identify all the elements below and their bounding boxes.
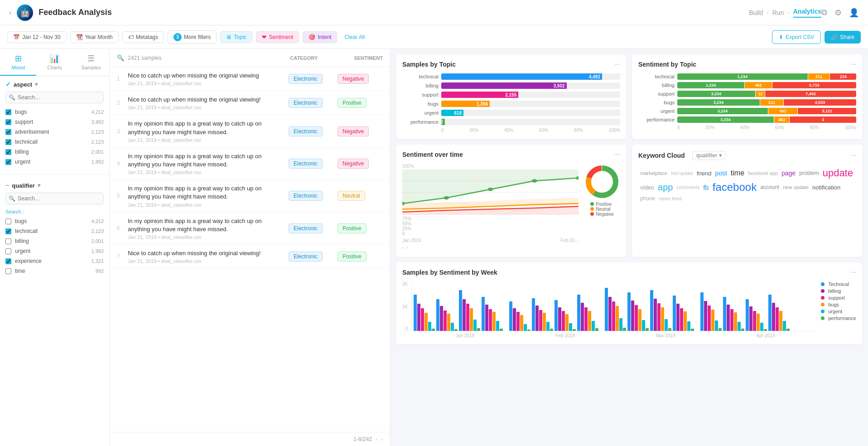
qualifier-technicall-checkbox[interactable] [5, 228, 11, 234]
nav-step-build[interactable]: Build [749, 9, 763, 16]
qualifier-minus-icon[interactable]: − [5, 182, 9, 189]
more-filters-button[interactable]: 3 More filters [168, 30, 217, 44]
app-title: Feedback Analysis [39, 8, 749, 17]
user-icon[interactable]: 👤 [849, 8, 859, 18]
cloud-word[interactable]: update [823, 167, 853, 179]
sample-row[interactable]: 1 Nice to catch up when missing the orig… [110, 67, 390, 91]
sent-time-menu[interactable]: ··· [615, 151, 620, 158]
sample-row[interactable]: 5 In my opinion this app is a great way … [110, 180, 390, 212]
qualifier-arrow[interactable]: ▾ [38, 182, 40, 189]
samples-topic-menu[interactable]: ··· [615, 61, 620, 68]
sent-neutral-seg: 462 [774, 116, 789, 123]
topic-filter-tag[interactable]: 🖥 Topic [220, 31, 252, 43]
sample-row[interactable]: 6 In my opinion this app is a great way … [110, 213, 390, 245]
settings-icon[interactable]: ⚙ [834, 8, 842, 18]
more-filters-label: More filters [184, 34, 211, 40]
cloud-word[interactable]: notification [812, 184, 840, 191]
aspect-bugs-checkbox[interactable] [5, 109, 11, 115]
back-button[interactable]: ‹ [9, 9, 11, 17]
week-bar-group [605, 288, 626, 331]
share-button[interactable]: 🔗 Share [825, 31, 861, 44]
aspect-advertisement-checkbox[interactable] [5, 129, 11, 135]
main-layout: ⊞ Mixed 📊 Charts ☰ Samples ✓ aspect ▾ [0, 49, 868, 446]
cloud-word[interactable]: video [640, 184, 654, 191]
cloud-word[interactable]: problem [799, 170, 819, 176]
cloud-word[interactable]: marketplace [640, 170, 667, 176]
week-legend-item: bugs [821, 302, 856, 307]
week-bar [424, 313, 428, 331]
sent-topic-row: billing 1,234 462 5,733 [638, 82, 856, 88]
keyword-menu[interactable]: ··· [851, 152, 856, 159]
sample-row[interactable]: 2 Nice to catch up when missing the orig… [110, 91, 390, 115]
qualifier-time-checkbox[interactable] [5, 268, 11, 274]
aspect-arrow[interactable]: ▾ [35, 81, 38, 87]
topic-bar-row: urgent 618 [402, 110, 620, 116]
cloud-word[interactable]: facebook app [748, 170, 778, 176]
cloud-word[interactable]: friend [697, 170, 712, 177]
aspect-support-checkbox[interactable] [5, 119, 11, 125]
tab-samples[interactable]: ☰ Samples [73, 49, 109, 76]
cloud-word[interactable]: page [781, 170, 796, 177]
week-bar [496, 321, 499, 331]
qualifier-dropdown[interactable]: qualifier ▾ [692, 151, 726, 160]
week-bar [673, 296, 676, 331]
aspect-technicall-label: technicall [15, 139, 91, 145]
qualifier-urgent-checkbox[interactable] [5, 248, 11, 254]
cloud-word[interactable]: time [731, 169, 744, 177]
topic-bar-wrap: 1,356 [441, 101, 620, 107]
sample-row[interactable]: 7 Nice to catch up when missing the orig… [110, 245, 390, 269]
sample-row[interactable]: 4 In my opinion this app is a great way … [110, 148, 390, 180]
topic-bar: 102 [441, 119, 445, 125]
sentiment-filter-tag[interactable]: ❤ Sentiment [256, 31, 299, 43]
tab-mixed[interactable]: ⊞ Mixed [0, 49, 36, 76]
week-legend: Technical billing support bugs urgent pe… [821, 281, 856, 338]
cloud-word[interactable]: post [715, 170, 727, 177]
tab-charts[interactable]: 📊 Charts [36, 49, 72, 76]
metatags-filter[interactable]: 🏷 Metatags [122, 31, 164, 43]
week-bar [786, 329, 790, 331]
qualifier-experience-checkbox[interactable] [5, 258, 11, 264]
aspect-search-input[interactable] [5, 92, 104, 103]
qualifier-billing-checkbox[interactable] [5, 238, 11, 244]
cloud-word[interactable]: news feed [659, 196, 681, 201]
week-chart-menu[interactable]: ··· [851, 269, 856, 276]
sent-positive-seg: 3,234 [677, 108, 768, 114]
week-bar [569, 323, 572, 331]
aspect-billing-checkbox[interactable] [5, 149, 11, 155]
sent-time-prev[interactable]: ‹ [402, 244, 404, 251]
sent-time-next[interactable]: › [406, 244, 408, 251]
week-bars [411, 281, 815, 331]
cloud-word[interactable]: lost update [671, 171, 693, 176]
cloud-word[interactable]: fb [703, 184, 709, 191]
year-month-filter[interactable]: 📆 Year Month [70, 31, 119, 43]
nav-step-analytics[interactable]: Analytics [793, 8, 821, 18]
cloud-word[interactable]: app [658, 182, 673, 193]
next-page-button[interactable]: › [381, 436, 383, 442]
qualifier-bugs-checkbox[interactable] [5, 218, 11, 224]
week-bar [776, 307, 779, 331]
clear-all-button[interactable]: Clear All [341, 34, 368, 40]
qualifier-search-input[interactable] [5, 193, 104, 204]
sample-number: 1 [117, 76, 124, 82]
cloud-word[interactable]: account [760, 184, 779, 190]
sent-topic-menu[interactable]: ··· [851, 61, 856, 68]
cloud-word[interactable]: phone [640, 195, 655, 202]
nav-step-run[interactable]: Run [772, 9, 784, 16]
date-range-filter[interactable]: 📅 Jan 12 - Nov 30 [7, 31, 67, 43]
intent-filter-tag[interactable]: 🎯 Intent [303, 31, 337, 43]
sent-bar-wrap: 3,234 462 3 [677, 116, 856, 123]
cloud-word[interactable]: new update [783, 184, 809, 190]
aspect-urgent-checkbox[interactable] [5, 159, 11, 165]
qualifier-item-bugs: bugs 4,212 [5, 216, 104, 226]
sample-row[interactable]: 3 In my opinion this app is a great way … [110, 115, 390, 147]
week-bar [676, 304, 680, 331]
sent-neutral-seg: 12 [756, 91, 765, 97]
cloud-word[interactable]: facebook [713, 181, 757, 194]
copy-icon[interactable]: ⧉ [821, 8, 827, 18]
prev-page-button[interactable]: ‹ [376, 436, 377, 442]
export-csv-button[interactable]: ⬇ Export CSV [772, 30, 821, 44]
cloud-word[interactable]: comments [676, 184, 699, 190]
legend-dot [821, 289, 825, 293]
aspect-billing-count: 2,001 [91, 149, 104, 155]
aspect-technicall-checkbox[interactable] [5, 139, 11, 145]
